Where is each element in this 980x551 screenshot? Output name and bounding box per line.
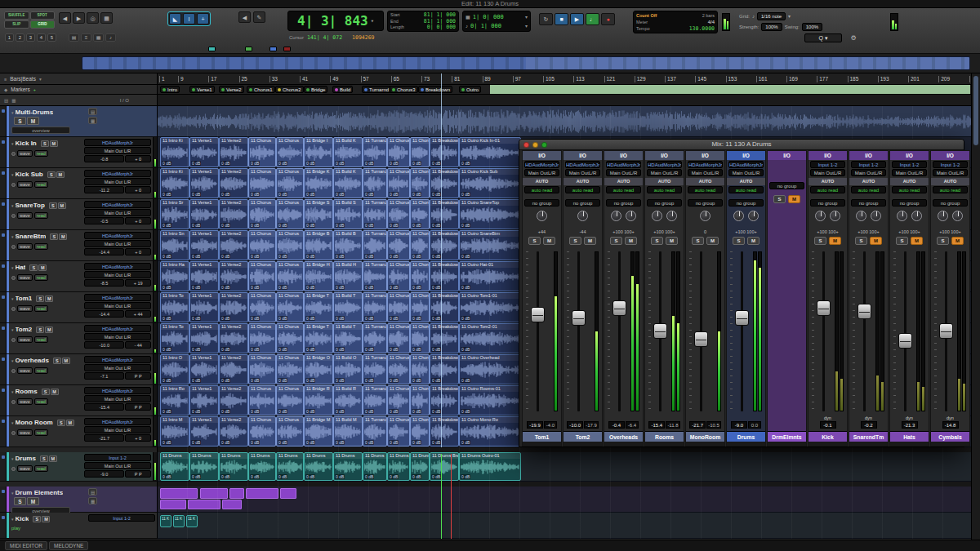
audio-clip[interactable]: 11 Outro Kick Sub0 dB (459, 168, 521, 198)
automation-mode-button[interactable]: read (34, 305, 48, 312)
audio-clip[interactable]: 11 Turnarc0 dB (363, 323, 387, 353)
audio-clip[interactable]: 11 Build O0 dB (333, 354, 363, 384)
record-enable-icon[interactable] (11, 467, 16, 471)
audio-clip[interactable]: 11 Turnarc0 dB (363, 261, 387, 291)
audio-clip[interactable]: 11 Build H0 dB (333, 261, 363, 291)
volume-readout[interactable]: -0.5 (84, 217, 124, 224)
clip-gain-badge[interactable]: 0 dB (305, 440, 315, 445)
clip-gain-badge[interactable]: 0 dB (220, 378, 230, 383)
memory-location-4[interactable]: 4 (37, 33, 46, 42)
audio-clip[interactable]: 11 Breakdown H0 dB (430, 261, 459, 291)
mute-button[interactable]: M (56, 171, 65, 178)
clip-gain-badge[interactable]: 0 dB (364, 347, 374, 352)
clip-gain-badge[interactable]: 0 dB (278, 440, 287, 445)
clip-gain-badge[interactable]: 0 dB (364, 192, 374, 197)
clip-gain-badge[interactable]: 0 dB (305, 285, 315, 290)
audio-clip[interactable]: 11 Chorus0 dB (276, 354, 304, 384)
playhead-cursor[interactable] (441, 73, 442, 447)
volume-readout[interactable]: -0.8 (84, 155, 124, 162)
output-path-button[interactable]: Main Out L/R (84, 209, 151, 216)
clip-gain-badge[interactable]: 0 dB (250, 161, 260, 166)
audio-clip[interactable]: 11 Chorus0 dB (410, 168, 430, 198)
insert-plugin-button[interactable]: HDAudMorphJr (84, 170, 151, 177)
automation-mode-button[interactable]: read (34, 336, 48, 343)
audio-clip[interactable]: 11 Chorus0 dB (410, 354, 430, 384)
clip-gain-badge[interactable]: 0 dB (250, 192, 260, 197)
output-path-button[interactable]: Main Out L/R (84, 147, 151, 154)
solo-button[interactable]: S (896, 237, 908, 245)
strip-name[interactable]: Rooms (645, 431, 684, 442)
track-header[interactable]: ▾KickSMplayInput 1-2 (0, 513, 158, 539)
vertical-scrollbar[interactable] (971, 73, 980, 540)
zoom-preset-icon[interactable]: ▦ (100, 12, 113, 24)
marker-build[interactable]: Build (332, 86, 353, 93)
volume-fader[interactable] (817, 300, 831, 316)
audio-clip[interactable]: 11 Chorus0 dB (410, 261, 430, 291)
audio-clip[interactable]: 11 Intro To0 dB (160, 323, 189, 353)
input-path-button[interactable]: Input 1-2 (88, 514, 155, 522)
mute-button[interactable]: M (870, 237, 882, 245)
solo-button[interactable]: S (33, 516, 41, 522)
twirl-icon[interactable]: ▾ (11, 389, 14, 394)
strip-automation-mode[interactable]: auto read (851, 186, 886, 193)
audio-clip[interactable]: 11 Chorus0 dB (387, 354, 410, 384)
clip-gain-badge[interactable]: 0 dB (389, 316, 399, 321)
strip-automation-mode[interactable]: auto read (933, 186, 968, 193)
audio-clip[interactable]: 11 Breakdown R0 dB (430, 385, 459, 415)
clip-gain-badge[interactable]: 0 dB (162, 409, 172, 414)
clip-gain-badge[interactable]: 0 dB (431, 440, 441, 445)
strip-group-selector[interactable]: no group (524, 199, 559, 207)
audio-clip[interactable]: 11 Drums0 dB (248, 452, 276, 481)
pencil-tool-icon[interactable]: ✎ (253, 11, 265, 23)
grid-setting-value[interactable]: 1/16 note (757, 12, 786, 20)
mute-button[interactable]: M (45, 327, 53, 333)
audio-clip[interactable]: 11 Build M0 dB (333, 416, 363, 447)
volume-fader[interactable] (735, 310, 749, 326)
clip-gain-badge[interactable]: 0 dB (162, 223, 172, 228)
clip-gain-badge[interactable]: 0 dB (364, 440, 374, 445)
ruler-number[interactable]: 1 (159, 76, 165, 82)
clip-gain-badge[interactable]: 0 dB (431, 378, 441, 383)
clip-gain-badge[interactable]: 0 dB (389, 192, 399, 197)
clip-gain-badge[interactable]: 0 dB (250, 285, 260, 290)
ruler-number[interactable]: 169 (786, 76, 798, 82)
mute-button[interactable]: M (59, 233, 67, 240)
strip-output-selector[interactable]: Main OutL/R (933, 169, 968, 176)
audio-clip[interactable]: 11 Turnarc0 dB (363, 385, 387, 415)
clip-gain-badge[interactable]: 0 dB (162, 347, 172, 352)
track-name[interactable]: Mono Room (16, 419, 53, 426)
track-name[interactable]: Rooms (16, 388, 38, 395)
clip-gain-badge[interactable]: 0 dB (431, 254, 441, 259)
audio-clip[interactable]: 11 Chorus0 dB (387, 292, 410, 322)
audio-clip[interactable]: 11 Chorus0 dB (248, 292, 276, 322)
view-chip-green[interactable] (245, 47, 252, 51)
strip-automation-mode[interactable]: auto read (810, 186, 845, 193)
clip-gain-badge[interactable]: 0 dB (162, 285, 172, 290)
record-button[interactable]: ● (601, 13, 615, 25)
tab-midi-editor[interactable]: MIDI EDITOR (5, 541, 47, 550)
pan-knob[interactable] (626, 211, 636, 221)
track-header[interactable]: ▾Tom2SMwavereadHDAudMorphJrMain Out L/R-… (0, 323, 158, 354)
mute-button[interactable]: M (747, 237, 760, 245)
audio-clip[interactable]: 11 Chorus0 dB (248, 261, 276, 291)
ruler-number[interactable]: 153 (726, 76, 737, 82)
mute-button[interactable]: M (27, 497, 39, 505)
track-view-wave-button[interactable]: wave (17, 181, 33, 188)
audio-clip[interactable]: 11 Drums0 dB (276, 452, 304, 481)
metronome-button[interactable]: ♩ (586, 13, 599, 25)
volume-readout[interactable]: -10.0 (84, 341, 124, 349)
clip-gain-badge[interactable]: 0 dB (335, 316, 345, 321)
clip-gain-badge[interactable]: 0 dB (412, 440, 421, 445)
record-enable-icon[interactable] (11, 183, 16, 187)
view-chip-teal[interactable] (208, 47, 216, 51)
strip-group-selector[interactable]: no group (688, 199, 723, 207)
mute-button[interactable]: M (58, 202, 66, 209)
clip-gain-badge[interactable]: 0 dB (412, 254, 421, 259)
list-view-icon[interactable]: ≡ (81, 33, 91, 42)
strip-group-selector[interactable]: no group (851, 199, 886, 207)
insert-plugin-button[interactable]: HDAudMorphJr (84, 325, 151, 332)
record-enable-icon[interactable] (11, 400, 16, 404)
audio-clip[interactable]: 11 Chorus0 dB (276, 137, 304, 167)
swing-value[interactable]: 100% (802, 23, 822, 31)
twirl-icon[interactable]: ▾ (11, 265, 14, 270)
